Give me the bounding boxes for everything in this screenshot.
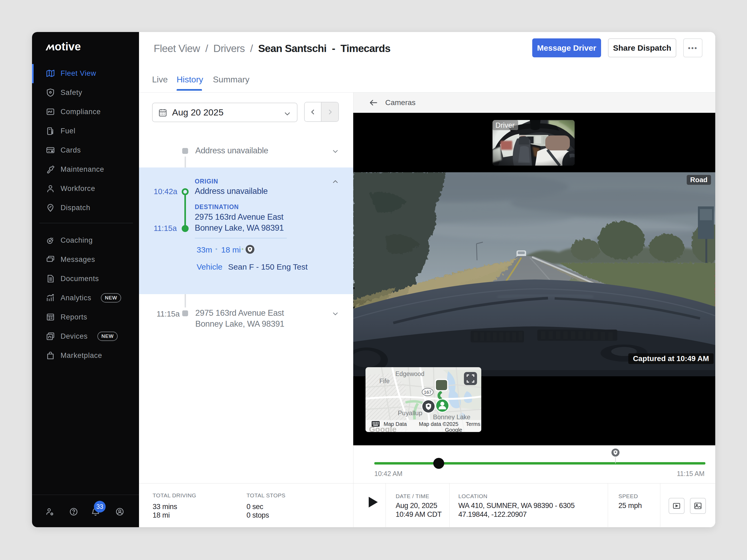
svg-text:Driver: Driver: [495, 121, 515, 129]
svg-text:Puyallup: Puyallup: [398, 409, 422, 417]
svg-text:Map Data: Map Data: [384, 421, 407, 427]
svg-text:Terms: Terms: [466, 421, 480, 427]
svg-text:Google: Google: [445, 427, 462, 432]
svg-text:Bonney Lake: Bonney Lake: [433, 413, 470, 421]
svg-text:167: 167: [424, 390, 431, 395]
svg-text:Fife: Fife: [379, 378, 389, 384]
svg-text:Edgewood: Edgewood: [395, 370, 424, 377]
svg-text:otive: otive: [55, 41, 81, 53]
svg-text:Map data ©2025: Map data ©2025: [419, 421, 458, 427]
